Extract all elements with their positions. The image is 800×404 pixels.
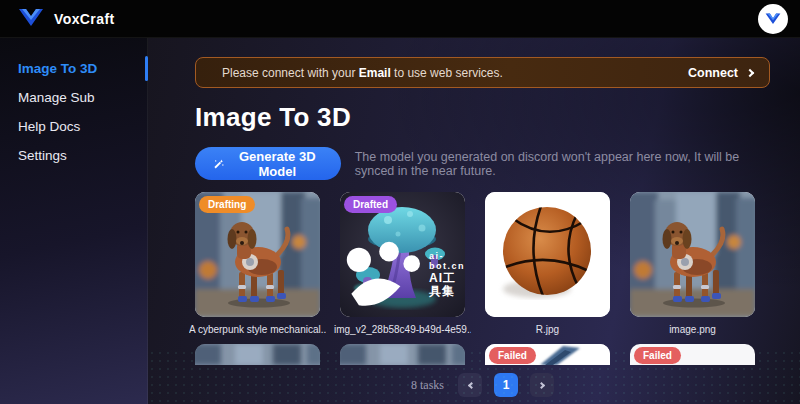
- status-badge: Failed: [489, 347, 536, 364]
- task-caption: img_v2_28b58c49-b49d-4e59...: [334, 324, 471, 335]
- main-content: Please connect with your Email to use we…: [148, 38, 800, 404]
- task-card[interactable]: Drafted ai-bot.cn AI工具集: [340, 192, 465, 335]
- prev-page-button[interactable]: [458, 373, 482, 397]
- connect-label: Connect: [688, 66, 738, 80]
- sidebar: Image To 3D Manage Sub Help Docs Setting…: [0, 38, 148, 404]
- page-title: Image To 3D: [195, 102, 770, 133]
- task-card[interactable]: Drafting A cyberpunk style mechanical...: [195, 192, 320, 335]
- avatar-logo-icon: [765, 12, 781, 25]
- chevron-right-icon: [537, 381, 544, 388]
- status-badge: Drafting: [199, 196, 255, 213]
- task-card[interactable]: image.png: [630, 192, 755, 335]
- voxcraft-logo-icon: [18, 7, 44, 31]
- chevron-right-icon: [746, 68, 754, 76]
- pagination: 8 tasks 1: [195, 373, 770, 397]
- tasks-count: 8 tasks: [411, 378, 444, 393]
- task-grid: Drafting A cyberpunk style mechanical...…: [195, 192, 770, 335]
- status-badge: Failed: [634, 347, 681, 364]
- task-card-partial[interactable]: Failed: [485, 344, 610, 365]
- email-connect-banner: Please connect with your Email to use we…: [195, 57, 770, 88]
- chevron-left-icon: [467, 381, 474, 388]
- page-1-button[interactable]: 1: [494, 373, 518, 397]
- sidebar-item-help-docs[interactable]: Help Docs: [0, 112, 147, 141]
- task-caption: R.jpg: [479, 324, 616, 335]
- next-page-button[interactable]: [530, 373, 554, 397]
- thumbnail-mushroom: Drafted ai-bot.cn AI工具集: [340, 192, 465, 317]
- task-grid-row-2: Failed Failed: [195, 344, 770, 365]
- sidebar-item-settings[interactable]: Settings: [0, 141, 147, 170]
- actions-row: Generate 3D Model The model you generate…: [195, 147, 770, 180]
- paw-icon: [340, 241, 423, 309]
- thumbnail-cyberpunk-dog: Drafting: [195, 192, 320, 317]
- watermark: ai-bot.cn AI工具集: [340, 241, 465, 309]
- generate-label: Generate 3D Model: [232, 149, 323, 179]
- discord-sync-notice: The model you generated on discord won't…: [355, 150, 770, 178]
- task-caption: A cyberpunk style mechanical...: [189, 324, 326, 335]
- watermark-cn: AI工具集: [429, 272, 465, 298]
- task-caption: image.png: [624, 324, 761, 335]
- task-card-partial[interactable]: [340, 344, 465, 365]
- watermark-url: ai-bot.cn: [429, 252, 465, 272]
- sidebar-item-image-to-3d[interactable]: Image To 3D: [0, 54, 147, 83]
- brand[interactable]: VoxCraft: [18, 7, 115, 31]
- sidebar-item-label: Image To 3D: [18, 61, 97, 76]
- thumbnail-basketball: [485, 192, 610, 317]
- status-badge: Drafted: [344, 196, 397, 213]
- task-card-partial[interactable]: Failed: [630, 344, 755, 365]
- magic-wand-icon: [213, 157, 224, 171]
- brand-name: VoxCraft: [54, 11, 115, 27]
- task-card-partial[interactable]: [195, 344, 320, 365]
- generate-3d-model-button[interactable]: Generate 3D Model: [195, 147, 341, 180]
- app-window: VoxCraft Image To 3D Manage Sub Help Doc…: [0, 0, 800, 404]
- sidebar-item-label: Help Docs: [18, 119, 80, 134]
- app-header: VoxCraft: [0, 0, 800, 38]
- sidebar-item-label: Settings: [18, 148, 67, 163]
- sidebar-item-label: Manage Sub: [18, 90, 95, 105]
- task-card[interactable]: R.jpg: [485, 192, 610, 335]
- sidebar-item-manage-sub[interactable]: Manage Sub: [0, 83, 147, 112]
- banner-message: Please connect with your Email to use we…: [222, 66, 503, 80]
- user-avatar[interactable]: [758, 4, 788, 34]
- connect-button[interactable]: Connect: [688, 66, 753, 80]
- thumbnail-cyberpunk-dog: [630, 192, 755, 317]
